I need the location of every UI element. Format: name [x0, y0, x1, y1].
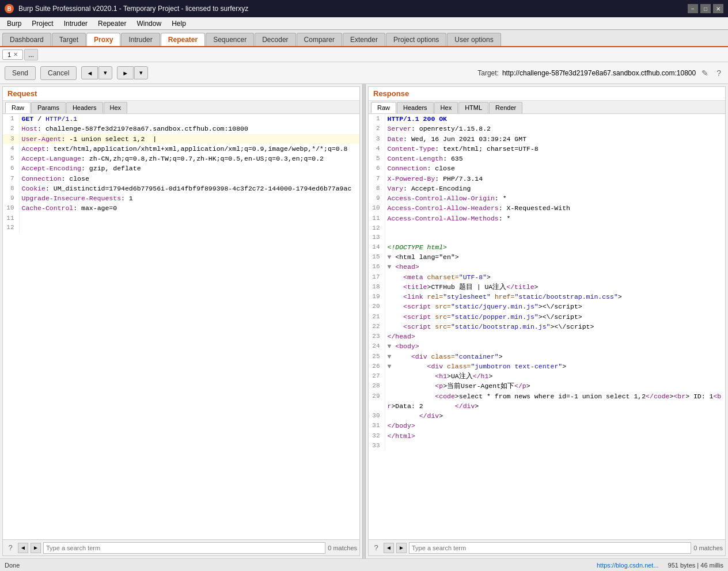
line-number: 8 — [369, 184, 385, 193]
repeater-tab-1[interactable]: 1 ✕ — [2, 50, 23, 60]
table-row: 6Connection: close — [369, 163, 725, 173]
line-content: <h1>UA注入</h1> — [385, 371, 725, 381]
line-number: 6 — [3, 163, 19, 173]
repeater-tab-close[interactable]: ✕ — [13, 51, 18, 58]
maximize-button[interactable]: □ — [700, 4, 711, 13]
tab-user-options[interactable]: User options — [447, 33, 500, 46]
status-bytes: 951 bytes | 46 millis — [668, 562, 723, 569]
response-search-next[interactable]: ► — [396, 543, 407, 553]
line-number: 20 — [369, 302, 385, 311]
line-content — [19, 223, 359, 233]
line-content: ▼ <div class="jumbotron text-center"> — [385, 361, 725, 371]
minimize-button[interactable]: − — [688, 4, 698, 13]
forward-button[interactable]: ► — [117, 66, 134, 79]
line-number: 5 — [3, 154, 19, 163]
tab-sequencer[interactable]: Sequencer — [206, 33, 254, 46]
line-content: Accept-Language: zh-CN,zh;q=0.8,zh-TW;q=… — [19, 154, 359, 163]
repeater-tab-label: 1 — [7, 51, 11, 58]
request-tab-params[interactable]: Params — [31, 102, 66, 113]
menu-repeater[interactable]: Repeater — [93, 18, 131, 29]
line-content: <script src="static/jquery.min.js"><\/sc… — [385, 302, 725, 311]
menu-burp[interactable]: Burp — [2, 18, 26, 29]
request-search-next[interactable]: ► — [31, 543, 41, 553]
cancel-button[interactable]: Cancel — [40, 66, 77, 80]
request-code-area[interactable]: 1GET / HTTP/1.12Host: challenge-587fe3d2… — [3, 114, 359, 539]
line-number: 21 — [369, 312, 385, 322]
tab-intruder[interactable]: Intruder — [121, 33, 160, 46]
response-tab-headers[interactable]: Headers — [397, 102, 434, 113]
table-row: 23</head> — [369, 332, 725, 341]
tab-decoder[interactable]: Decoder — [255, 33, 295, 46]
tab-comparer[interactable]: Comparer — [297, 33, 342, 46]
response-panel-tabs: Raw Headers Hex HTML Render — [369, 101, 725, 114]
table-row: 1HTTP/1.1 200 OK — [369, 114, 725, 124]
line-number: 7 — [369, 174, 385, 184]
request-tab-hex[interactable]: Hex — [104, 102, 128, 113]
table-row: 9Upgrade-Insecure-Requests: 1 — [3, 193, 359, 203]
request-tab-raw[interactable]: Raw — [5, 102, 31, 113]
line-number: 10 — [369, 203, 385, 213]
table-row: 27 <h1>UA注入</h1> — [369, 371, 725, 381]
forward-nav-group: ► ▾ — [117, 66, 148, 79]
response-search-input[interactable] — [409, 542, 691, 554]
line-content — [385, 233, 725, 242]
back-button[interactable]: ◄ — [81, 66, 98, 79]
response-tab-html[interactable]: HTML — [458, 102, 488, 113]
line-number: 1 — [369, 114, 385, 124]
main-tab-bar: Dashboard Target Proxy Intruder Repeater… — [0, 30, 728, 47]
line-content: Host: challenge-587fe3d2197e8a67.sandbox… — [19, 124, 359, 134]
response-tab-render[interactable]: Render — [489, 102, 522, 113]
response-search-icon[interactable]: ? — [371, 543, 381, 553]
repeater-tab-bar: 1 ✕ ... — [0, 47, 728, 62]
response-code-area[interactable]: 1HTTP/1.1 200 OK2Server: openresty/1.15.… — [369, 114, 725, 539]
help-icon[interactable]: ? — [714, 67, 723, 79]
tab-target[interactable]: Target — [52, 33, 86, 46]
line-content: Access-Control-Allow-Headers: X-Requeste… — [385, 203, 725, 213]
response-search-prev[interactable]: ◄ — [384, 543, 394, 553]
line-number: 4 — [3, 144, 19, 154]
table-row: 22 <script src="static/bootstrap.min.js"… — [369, 322, 725, 332]
menu-window[interactable]: Window — [132, 18, 166, 29]
response-panel: Response Raw Headers Hex HTML Render 1HT… — [368, 86, 726, 556]
line-content: Upgrade-Insecure-Requests: 1 — [19, 193, 359, 203]
line-number: 18 — [369, 282, 385, 292]
line-content: Server: openresty/1.15.8.2 — [385, 124, 725, 134]
status-link[interactable]: https://blog.csdn.net... — [597, 562, 659, 569]
window-controls: − □ ✕ — [688, 4, 723, 13]
tab-project-options[interactable]: Project options — [386, 33, 446, 46]
edit-target-icon[interactable]: ✎ — [699, 67, 711, 79]
send-button[interactable]: Send — [5, 66, 36, 80]
menu-project[interactable]: Project — [27, 18, 58, 29]
table-row: 3Date: Wed, 16 Jun 2021 03:39:24 GMT — [369, 134, 725, 144]
tab-repeater[interactable]: Repeater — [161, 33, 205, 46]
main-content: Request Raw Params Headers Hex 1GET / HT… — [0, 84, 728, 558]
repeater-tab-add[interactable]: ... — [24, 49, 38, 60]
panel-splitter[interactable] — [362, 84, 366, 558]
menu-intruder[interactable]: Intruder — [59, 18, 92, 29]
menu-help[interactable]: Help — [167, 18, 191, 29]
target-url: http://challenge-587fe3d2197e8a67.sandbo… — [502, 69, 696, 77]
table-row: 25▼ <div class="container"> — [369, 352, 725, 361]
line-content: Cookie: UM_distinctid=1794ed6b77956i-0d1… — [19, 184, 359, 193]
line-number: 9 — [369, 193, 385, 203]
table-row: 8Vary: Accept-Encoding — [369, 184, 725, 193]
tab-proxy[interactable]: Proxy — [86, 33, 120, 46]
back-menu-button[interactable]: ▾ — [98, 66, 112, 79]
request-tab-headers[interactable]: Headers — [66, 102, 103, 113]
close-button[interactable]: ✕ — [713, 4, 723, 13]
request-search-input[interactable] — [43, 542, 325, 554]
response-tab-hex[interactable]: Hex — [434, 102, 458, 113]
target-label: Target: — [477, 69, 499, 77]
response-tab-raw[interactable]: Raw — [371, 102, 396, 113]
line-content: </div> — [385, 411, 725, 421]
line-number: 12 — [3, 223, 19, 233]
request-search-prev[interactable]: ◄ — [18, 543, 28, 553]
tab-dashboard[interactable]: Dashboard — [2, 33, 51, 46]
table-row: 12 — [3, 223, 359, 233]
table-row: 6Accept-Encoding: gzip, deflate — [3, 163, 359, 173]
request-search-icon[interactable]: ? — [5, 543, 16, 553]
window-title: Burp Suite Professional v2020.1 - Tempor… — [18, 5, 683, 13]
forward-menu-button[interactable]: ▾ — [134, 66, 148, 79]
line-content: <script src="static/bootstrap.min.js"><\… — [385, 322, 725, 332]
tab-extender[interactable]: Extender — [343, 33, 385, 46]
